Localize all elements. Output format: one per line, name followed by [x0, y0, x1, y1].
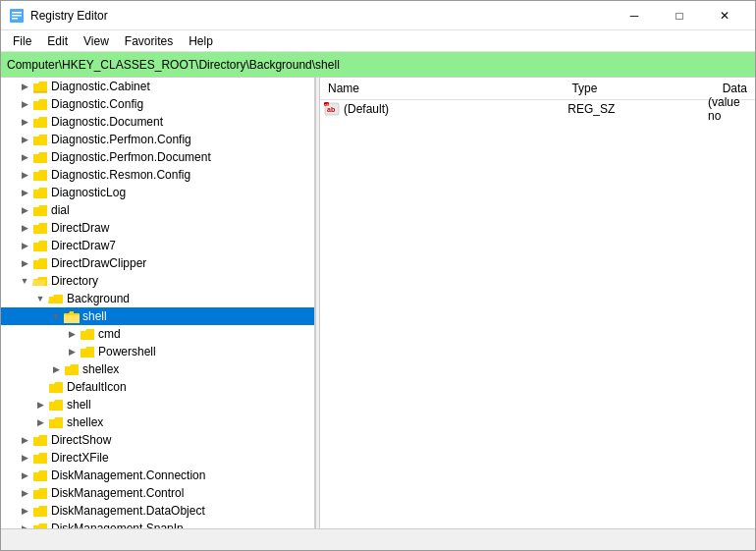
svg-rect-1: [12, 12, 22, 14]
menu-view[interactable]: View: [76, 32, 117, 50]
tree-item[interactable]: ▶ DiskManagement.Control: [1, 484, 314, 502]
tree-item[interactable]: ▶ DirectDraw: [1, 219, 314, 237]
expand-icon[interactable]: ▶: [17, 485, 32, 501]
menu-edit[interactable]: Edit: [39, 32, 76, 50]
registry-entry[interactable]: ab ab (Default) REG_SZ (value no: [320, 100, 755, 118]
expand-icon[interactable]: ▶: [17, 167, 32, 183]
folder-icon: [32, 151, 48, 164]
expand-icon[interactable]: ▶: [17, 202, 32, 218]
item-label: DefaultIcon: [67, 380, 127, 394]
menu-file[interactable]: File: [5, 32, 39, 50]
expand-icon[interactable]: ▶: [17, 132, 32, 147]
folder-icon: [80, 346, 95, 358]
item-label: shell: [82, 309, 107, 323]
tree-item[interactable]: ▶ Diagnostic.Resmon.Config: [1, 166, 314, 184]
folder-icon: [32, 523, 48, 529]
expand-icon[interactable]: ▼: [32, 291, 48, 306]
tree-item[interactable]: ▶ DirectDrawClipper: [1, 254, 314, 272]
tree-item[interactable]: ▶ DiskManagement.DataObject: [1, 502, 314, 520]
tree-item-shell2[interactable]: ▶ shell: [1, 396, 314, 413]
item-label: Diagnostic.Cabinet: [51, 80, 150, 93]
tree-item[interactable]: ▶ dial: [1, 201, 314, 219]
tree-item[interactable]: ▶ DiskManagement.Connection: [1, 467, 314, 484]
expand-icon[interactable]: ▶: [17, 432, 32, 448]
folder-icon: [32, 116, 48, 129]
expand-icon[interactable]: ▼: [48, 308, 64, 324]
svg-rect-2: [12, 15, 22, 17]
expand-icon[interactable]: ▶: [17, 220, 32, 236]
tree-item[interactable]: ▶ DiskManagement.SnapIn: [1, 520, 314, 528]
tree-item-shellex2[interactable]: ▶ shellex: [1, 413, 314, 431]
item-label: DirectDraw: [51, 221, 109, 235]
tree-item[interactable]: ▶ Diagnostic.Config: [1, 95, 314, 113]
folder-icon: [32, 169, 48, 182]
expand-icon[interactable]: ▶: [32, 414, 48, 430]
tree-item[interactable]: ▶ Diagnostic.Perfmon.Config: [1, 131, 314, 148]
menu-bar: File Edit View Favorites Help: [1, 30, 755, 52]
expand-icon[interactable]: ▶: [64, 326, 80, 342]
expand-icon[interactable]: ▶: [17, 468, 32, 483]
item-label: DiskManagement.Connection: [51, 468, 205, 482]
minimize-button[interactable]: ─: [612, 1, 657, 30]
registry-editor-window: Registry Editor ─ □ ✕ File Edit View Fav…: [0, 0, 756, 551]
menu-favorites[interactable]: Favorites: [117, 32, 181, 50]
item-label: dial: [51, 203, 70, 217]
expand-icon[interactable]: ▶: [17, 114, 32, 130]
expand-icon[interactable]: ▶: [64, 344, 80, 359]
expand-icon[interactable]: ▶: [17, 255, 32, 271]
status-bar: [1, 528, 755, 550]
tree-item-defaulticon[interactable]: ▶ DefaultIcon: [1, 378, 314, 396]
address-path: Computer\HKEY_CLASSES_ROOT\Directory\Bac…: [7, 58, 340, 72]
expand-icon[interactable]: ▶: [17, 185, 32, 200]
expand-icon[interactable]: ▶: [17, 503, 32, 519]
tree-item[interactable]: ▶ DiagnosticLog: [1, 184, 314, 201]
folder-open-icon: [64, 310, 80, 323]
expand-icon[interactable]: ▶: [17, 79, 32, 94]
expand-icon[interactable]: ▶: [17, 238, 32, 253]
col-header-name[interactable]: Name: [320, 80, 564, 97]
item-label: DirectDrawClipper: [51, 256, 146, 270]
folder-icon: [80, 328, 95, 341]
entry-type: REG_SZ: [567, 102, 708, 116]
tree-item[interactable]: ▶ Diagnostic.Perfmon.Document: [1, 148, 314, 166]
svg-rect-3: [12, 18, 18, 20]
item-label: DirectDraw7: [51, 239, 116, 252]
tree-item-background[interactable]: ▼ Background: [1, 290, 314, 307]
tree-item-powershell[interactable]: ▶ Powershell: [1, 343, 314, 360]
item-label: Diagnostic.Resmon.Config: [51, 168, 190, 182]
tree-item[interactable]: ▶ DirectShow: [1, 431, 314, 449]
tree-item[interactable]: ▶ Diagnostic.Document: [1, 113, 314, 131]
item-label: DirectXFile: [51, 451, 109, 465]
expand-icon[interactable]: ▶: [17, 96, 32, 112]
folder-icon: [32, 487, 48, 500]
menu-help[interactable]: Help: [181, 32, 221, 50]
address-bar[interactable]: Computer\HKEY_CLASSES_ROOT\Directory\Bac…: [1, 52, 755, 78]
item-label: shell: [67, 398, 91, 412]
folder-icon: [32, 505, 48, 518]
close-button[interactable]: ✕: [702, 1, 747, 30]
folder-icon: [32, 204, 48, 217]
item-label: DirectShow: [51, 433, 111, 447]
folder-icon: [32, 222, 48, 235]
item-label: Powershell: [98, 345, 156, 358]
expand-icon[interactable]: ▶: [17, 521, 32, 528]
item-label: DiskManagement.SnapIn: [51, 522, 184, 528]
tree-item-cmd[interactable]: ▶ cmd: [1, 325, 314, 343]
tree-item-directory[interactable]: ▼ Directory: [1, 272, 314, 290]
tree-item-shellex[interactable]: ▶ shellex: [1, 360, 314, 378]
expand-icon[interactable]: ▶: [17, 450, 32, 466]
col-header-type[interactable]: Type: [564, 80, 714, 97]
tree-item[interactable]: ▶ DirectXFile: [1, 449, 314, 467]
tree-item[interactable]: ▶ Diagnostic.Cabinet: [1, 78, 314, 95]
item-label: DiskManagement.Control: [51, 486, 184, 500]
item-label: Diagnostic.Document: [51, 115, 163, 129]
expand-icon[interactable]: ▼: [17, 273, 32, 289]
svg-rect-5: [64, 315, 80, 323]
expand-icon[interactable]: ▶: [32, 397, 48, 413]
expand-icon[interactable]: ▶: [48, 361, 64, 377]
folder-icon: [32, 134, 48, 146]
expand-icon[interactable]: ▶: [17, 149, 32, 165]
tree-item[interactable]: ▶ DirectDraw7: [1, 237, 314, 254]
maximize-button[interactable]: □: [657, 1, 702, 30]
tree-item-shell[interactable]: ▼ shell: [1, 307, 314, 325]
